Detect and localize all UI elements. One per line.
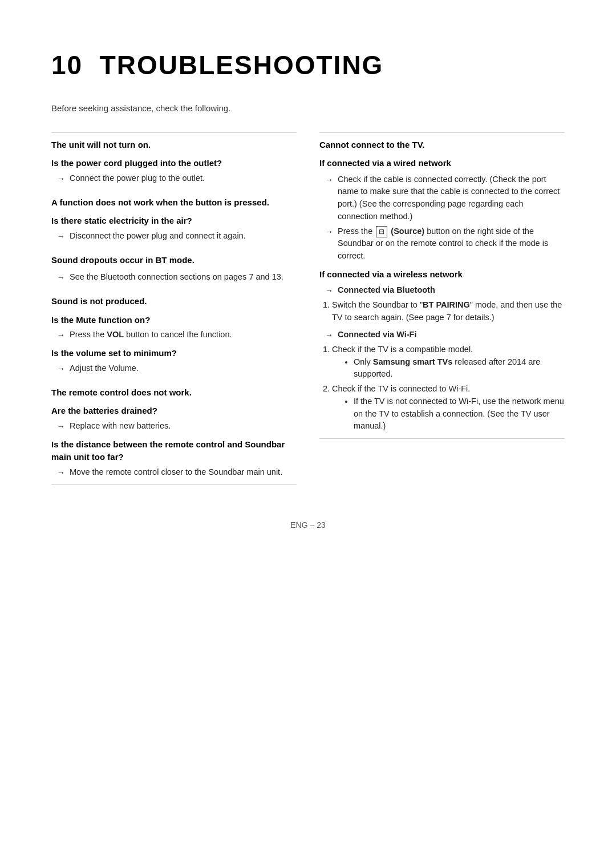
section-header-bt: Sound dropouts occur in BT mode.: [51, 254, 297, 267]
answer-source-button: → Press the ⊟ (Source) button on the rig…: [325, 225, 565, 263]
footer: ENG – 23: [51, 519, 565, 531]
connected-via-wifi-label: → Connected via Wi-Fi: [325, 329, 565, 341]
wifi-list-item-1: Check if the TV is a compatible model. O…: [332, 344, 565, 381]
bt-numbered-list: Switch the Soundbar to "BT PAIRING" mode…: [332, 299, 565, 324]
answer-static: → Disconnect the power plug and connect …: [57, 230, 297, 243]
sub-header-wireless: If connected via a wireless network: [319, 268, 565, 281]
answer-volume: → Adjust the Volume.: [57, 362, 297, 375]
answer-bt: → See the Bluetooth connection sections …: [57, 271, 297, 284]
answer-batteries: → Replace with new batteries.: [57, 420, 297, 433]
arrow-icon-2: →: [57, 231, 65, 243]
question-volume: Is the volume set to minimum?: [51, 347, 297, 360]
arrow-icon-3: →: [57, 272, 65, 284]
wifi-numbered-list: Check if the TV is a compatible model. O…: [332, 344, 565, 433]
question-batteries: Are the batteries drained?: [51, 405, 297, 418]
question-mute: Is the Mute function on?: [51, 314, 297, 327]
section-header-tv: Cannot connect to the TV.: [319, 139, 565, 152]
question-power-cord: Is the power cord plugged into the outle…: [51, 157, 297, 170]
answer-cable-check: → Check if the cable is connected correc…: [325, 173, 565, 223]
answer-mute: → Press the VOL button to cancel the fun…: [57, 329, 297, 341]
section-header-remote: The remote control does not work.: [51, 386, 297, 399]
section-header-function: A function does not work when the button…: [51, 196, 297, 209]
arrow-icon-7: →: [57, 467, 65, 479]
page-number: ENG – 23: [290, 520, 325, 530]
arrow-icon-10: →: [325, 285, 333, 297]
section-unit-no-turn: The unit will not turn on. Is the power …: [51, 132, 297, 191]
question-static: Is there static electricity in the air?: [51, 215, 297, 228]
content-grid: The unit will not turn on. Is the power …: [51, 132, 565, 485]
arrow-icon-4: →: [57, 329, 65, 341]
connected-via-bt-label: → Connected via Bluetooth: [325, 284, 565, 297]
answer-power-cord: → Connect the power plug to the outlet.: [57, 172, 297, 185]
section-remote-no-work: The remote control does not work. Are th…: [51, 381, 297, 485]
source-icon: ⊟: [376, 226, 387, 237]
section-header-sound: Sound is not produced.: [51, 295, 297, 308]
right-column: Cannot connect to the TV. If connected v…: [319, 132, 565, 485]
arrow-icon-6: →: [57, 421, 65, 433]
arrow-icon-5: →: [57, 363, 65, 375]
arrow-icon-1: →: [57, 173, 65, 185]
section-function-no-work: A function does not work when the button…: [51, 191, 297, 248]
section-sound-not-produced: Sound is not produced. Is the Mute funct…: [51, 289, 297, 381]
page-title: 10 TROUBLESHOOTING: [51, 46, 565, 85]
arrow-icon-8: →: [325, 174, 333, 186]
left-column: The unit will not turn on. Is the power …: [51, 132, 297, 485]
wifi-bullet-2: If the TV is not connected to Wi-Fi, use…: [354, 395, 565, 433]
arrow-icon-9: →: [325, 226, 333, 238]
section-header-unit: The unit will not turn on.: [51, 139, 297, 152]
wifi-bullet-1: Only Samsung smart TVs released after 20…: [354, 356, 565, 381]
answer-distance: → Move the remote control closer to the …: [57, 466, 297, 479]
section-sound-dropouts: Sound dropouts occur in BT mode. → See t…: [51, 248, 297, 290]
section-cannot-connect: Cannot connect to the TV. If connected v…: [319, 132, 565, 439]
wifi-bullet-list-2: If the TV is not connected to Wi-Fi, use…: [354, 395, 565, 433]
intro-text: Before seeking assistance, check the fol…: [51, 102, 565, 115]
question-distance: Is the distance between the remote contr…: [51, 438, 297, 464]
bt-list-item-1: Switch the Soundbar to "BT PAIRING" mode…: [332, 299, 565, 324]
wifi-list-item-2: Check if the TV is connected to Wi-Fi. I…: [332, 383, 565, 433]
sub-header-wired: If connected via a wired network: [319, 157, 565, 170]
wifi-bullet-list-1: Only Samsung smart TVs released after 20…: [354, 356, 565, 381]
arrow-icon-11: →: [325, 329, 333, 341]
